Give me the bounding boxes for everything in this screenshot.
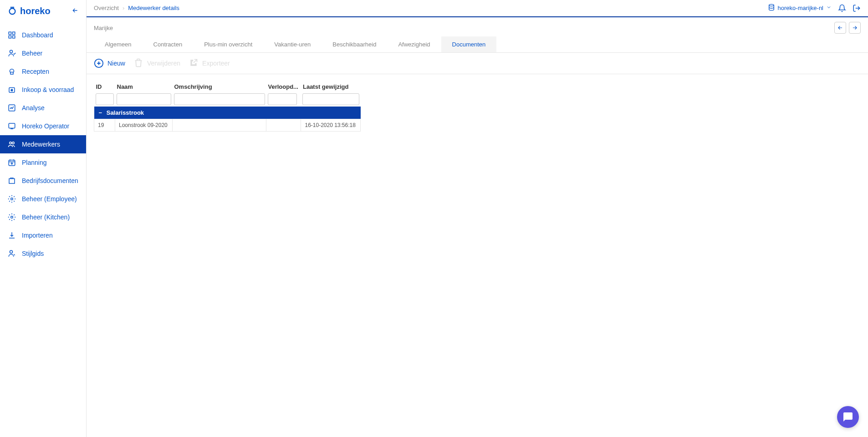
nav-item-beheer[interactable]: Beheer [0, 44, 86, 62]
nav-list: Dashboard Beheer Recepten € Inkoop & voo… [0, 22, 86, 266]
new-button[interactable]: Nieuw [94, 58, 125, 68]
nav-item-stijlgids[interactable]: Stijlgids [0, 244, 86, 263]
nav-item-recepten[interactable]: Recepten [0, 62, 86, 81]
tab-contracten[interactable]: Contracten [143, 36, 194, 52]
nav-item-dashboard[interactable]: Dashboard [0, 26, 86, 44]
tab-documenten[interactable]: Documenten [441, 36, 497, 52]
cell-expires [266, 119, 301, 132]
svg-point-11 [12, 142, 15, 144]
nav-item-label: Dashboard [22, 31, 53, 39]
nav-item-label: Stijlgids [22, 250, 44, 257]
nav-item-label: Medewerkers [22, 141, 60, 148]
nav-item-medewerkers[interactable]: Medewerkers [0, 135, 86, 153]
filter-expires-input[interactable] [268, 93, 297, 105]
logo-text: horeko [20, 6, 51, 16]
nav-item-analyse[interactable]: Analyse [0, 99, 86, 117]
logout-icon[interactable] [853, 4, 861, 12]
style-icon [7, 249, 16, 258]
main: Overzicht › Medewerker details horeko-ma… [87, 0, 868, 437]
tab-afwezigheid[interactable]: Afwezigheid [387, 36, 441, 52]
breadcrumb-item[interactable]: Medewerker details [128, 5, 179, 11]
delete-button-label: Verwijderen [147, 60, 180, 67]
col-name-header[interactable]: Naam [115, 81, 173, 92]
svg-point-5 [10, 50, 13, 53]
nav-item-label: Importeren [22, 232, 53, 239]
page-header: Marijke [87, 17, 868, 36]
svg-point-13 [11, 163, 13, 164]
dashboard-icon [7, 30, 16, 40]
nav-item-label: Bedrijfsdocumenten [22, 177, 78, 184]
nav-item-label: Recepten [22, 68, 49, 75]
tab-algemeen[interactable]: Algemeen [94, 36, 143, 52]
next-button[interactable] [849, 22, 861, 34]
col-description-header[interactable]: Omschrijving [173, 81, 266, 92]
tab-vakantie[interactable]: Vakantie-uren [263, 36, 322, 52]
svg-rect-3 [9, 36, 11, 38]
svg-point-0 [10, 8, 15, 14]
bell-icon[interactable] [838, 4, 846, 12]
employees-icon [7, 140, 16, 149]
col-id-header[interactable]: ID [94, 81, 115, 92]
nav-item-operator[interactable]: Horeko Operator [0, 117, 86, 135]
nav-item-label: Inkoop & voorraad [22, 86, 74, 93]
delete-button[interactable]: Verwijderen [133, 58, 180, 68]
svg-rect-4 [13, 36, 15, 38]
import-icon [7, 231, 16, 240]
planning-icon [7, 158, 16, 167]
plus-circle-icon [94, 58, 104, 68]
collapse-group-icon[interactable]: − [99, 109, 102, 116]
filter-name-input[interactable] [117, 93, 171, 105]
documents-icon [7, 176, 16, 185]
account-selector[interactable]: horeko-marijke-nl [768, 4, 832, 12]
nav-item-documents[interactable]: Bedrijfsdocumenten [0, 172, 86, 190]
nav-item-label: Planning [22, 159, 47, 166]
nav-item-label: Beheer [22, 50, 42, 57]
nav-item-beheer-employee[interactable]: Beheer (Employee) [0, 190, 86, 208]
nav-item-planning[interactable]: Planning [0, 153, 86, 172]
cell-id: 19 [94, 119, 115, 132]
cell-modified: 16-10-2020 13:56:18 [301, 119, 361, 132]
table-area: ID Naam Omschrijving Verloopd... Laatst … [87, 74, 868, 139]
collapse-sidebar-button[interactable] [71, 7, 79, 16]
svg-point-16 [10, 250, 13, 253]
nav-item-label: Beheer (Kitchen) [22, 213, 70, 221]
tab-plusmin[interactable]: Plus-min overzicht [193, 36, 263, 52]
svg-point-10 [10, 142, 12, 144]
breadcrumb-item[interactable]: Overzicht [94, 5, 119, 11]
admin-icon [7, 49, 16, 58]
page-title: Marijke [94, 25, 113, 31]
gear-icon [7, 194, 16, 203]
new-button-label: Nieuw [107, 60, 125, 67]
sidebar: horeko Dashboard Beheer Recepten € Inkoo… [0, 0, 87, 437]
nav-item-label: Analyse [22, 104, 45, 112]
trash-icon [133, 58, 143, 68]
svg-point-14 [11, 198, 13, 200]
cell-name: Loonstrook 09-2020 [115, 119, 173, 132]
filter-id-input[interactable] [96, 93, 114, 105]
nav-item-beheer-kitchen[interactable]: Beheer (Kitchen) [0, 208, 86, 226]
nav-item-inkoop[interactable]: € Inkoop & voorraad [0, 81, 86, 99]
chat-icon [842, 412, 853, 422]
filter-description-input[interactable] [174, 93, 265, 105]
filter-modified-input[interactable] [302, 93, 359, 105]
svg-rect-1 [9, 32, 11, 34]
svg-rect-2 [13, 32, 15, 34]
previous-button[interactable] [834, 22, 846, 34]
logo[interactable]: horeko [7, 5, 51, 17]
tabs: Algemeen Contracten Plus-min overzicht V… [87, 36, 868, 53]
col-expires-header[interactable]: Verloopd... [266, 81, 301, 92]
chart-icon [7, 103, 16, 112]
tab-beschikbaarheid[interactable]: Beschikbaarheid [322, 36, 387, 52]
svg-rect-9 [9, 123, 15, 128]
nav-item-importeren[interactable]: Importeren [0, 226, 86, 244]
nav-item-label: Horeko Operator [22, 122, 69, 130]
logo-icon [7, 5, 17, 17]
stock-icon: € [7, 85, 16, 94]
table-group-row[interactable]: − Salarisstrook [94, 107, 361, 119]
nav-item-label: Beheer (Employee) [22, 195, 77, 203]
table-row[interactable]: 19 Loonstrook 09-2020 16-10-2020 13:56:1… [94, 119, 361, 132]
col-modified-header[interactable]: Laatst gewijzigd [301, 81, 361, 92]
chat-bubble[interactable] [837, 406, 859, 428]
export-button[interactable]: Exporteer [189, 58, 230, 68]
gear-icon [7, 213, 16, 222]
